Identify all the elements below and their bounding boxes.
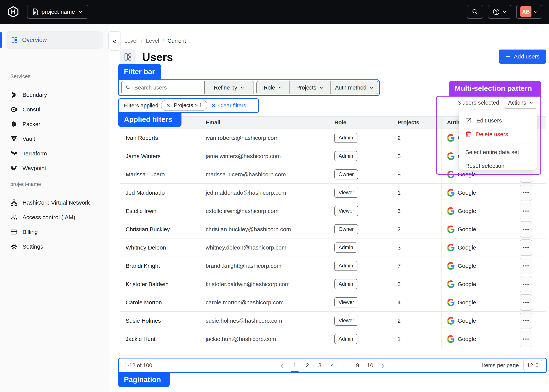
sidebar-item-boundary[interactable]: Boundary xyxy=(0,88,109,102)
items-per-page-stepper[interactable]: 12 xyxy=(523,360,542,371)
hashicorp-logo-icon[interactable] xyxy=(7,6,19,18)
selection-count: 3 users selected xyxy=(436,97,499,108)
filters-applied-label: Filters applied: xyxy=(124,101,160,111)
chip-remove-icon[interactable]: ✕ xyxy=(166,103,171,108)
breadcrumb-link[interactable]: Level xyxy=(146,38,159,44)
sidebar-item-vault[interactable]: Vault xyxy=(0,132,109,146)
role-filter-dropdown[interactable]: Role xyxy=(257,81,290,94)
sidebar-item-packer[interactable]: Packer xyxy=(0,117,109,131)
ellipsis-icon xyxy=(523,320,529,322)
user-email: jed.maldonado@hashicorp.com xyxy=(200,184,329,202)
project-switcher[interactable]: project-name xyxy=(27,5,88,19)
menu-divider xyxy=(459,143,537,143)
row-overflow-button[interactable] xyxy=(520,239,532,256)
table-row: Kristofer Baldwinkristofer.baldwin@hashi… xyxy=(120,275,546,293)
role-badge: Admin xyxy=(334,243,357,252)
auth-method-filter-dropdown[interactable]: Auth method xyxy=(331,81,378,94)
sidebar-item-label: HashiCorp Virtual Network xyxy=(22,199,90,206)
boundary-icon xyxy=(10,91,18,98)
row-overflow-button[interactable] xyxy=(520,294,532,311)
account-menu-button[interactable]: AB xyxy=(516,5,542,19)
sidebar-item-label: Access control (IAM) xyxy=(22,214,75,221)
user-projects-count: 1 xyxy=(392,330,442,348)
breadcrumb-link[interactable]: Level xyxy=(124,38,137,44)
refine-by-dropdown[interactable]: Refine by xyxy=(205,81,254,94)
sidebar-item-consul[interactable]: Consul xyxy=(0,103,109,116)
sidebar-item-settings[interactable]: Settings xyxy=(0,240,109,253)
sidebar-item-access-control[interactable]: Access control (IAM) xyxy=(0,210,109,224)
menu-item-edit-users[interactable]: Edit users xyxy=(459,114,537,127)
search-icon xyxy=(125,85,131,91)
row-overflow-button[interactable] xyxy=(520,221,532,238)
menu-item-delete-users[interactable]: Delete users xyxy=(459,127,537,141)
filter-chip-label: Projects > 1 xyxy=(174,102,202,108)
clear-filters-link[interactable]: ✕ Clear filters xyxy=(211,101,246,111)
network-icon xyxy=(10,199,18,206)
sidebar-item-overview[interactable]: Overview xyxy=(6,31,103,49)
search-users-input[interactable] xyxy=(134,84,197,91)
row-overflow-button[interactable] xyxy=(520,331,532,347)
add-users-button[interactable]: Add users xyxy=(499,49,546,64)
plus-icon xyxy=(505,54,511,59)
ellipsis-icon xyxy=(523,174,529,175)
user-name: Jame Winters xyxy=(120,147,200,165)
google-icon xyxy=(447,244,455,252)
sidebar-item-waypoint[interactable]: Waypoint xyxy=(0,161,109,175)
row-overflow-button[interactable] xyxy=(520,185,532,201)
annotation-label-pagination: Pagination xyxy=(118,372,170,387)
auth-method-value: Google xyxy=(458,299,476,306)
row-overflow-button[interactable] xyxy=(520,203,532,219)
projects-filter-label: Projects xyxy=(296,84,316,91)
user-name: Jed Maldonado xyxy=(120,184,200,202)
user-email: susie.holmes@hashicorp.com xyxy=(200,312,329,330)
page-title-icon-tile xyxy=(120,49,136,65)
auth-method-value: Google xyxy=(458,226,476,233)
user-projects-count: 5 xyxy=(392,147,442,165)
global-search-button[interactable] xyxy=(467,5,483,19)
row-overflow-button[interactable] xyxy=(520,313,532,329)
column-header-role[interactable]: Role xyxy=(329,117,392,129)
column-header-email[interactable]: Email xyxy=(200,117,329,129)
role-badge: Owner xyxy=(334,169,358,179)
role-badge: Admin xyxy=(334,261,357,271)
actions-label: Actions xyxy=(508,100,526,106)
role-badge: Admin xyxy=(334,151,357,161)
menu-item-label: Select entire data set xyxy=(465,149,519,155)
ellipsis-icon xyxy=(523,283,529,285)
menu-item-select-entire-data-set[interactable]: Select entire data set xyxy=(459,145,537,159)
auth-method-value: Google xyxy=(458,317,476,324)
help-menu-button[interactable] xyxy=(488,5,511,19)
row-overflow-button[interactable] xyxy=(520,276,532,292)
menu-item-reset-selection[interactable]: Reset selection xyxy=(459,159,537,173)
consul-icon xyxy=(10,106,18,113)
ellipsis-icon xyxy=(523,338,529,340)
dashboard-icon xyxy=(11,37,18,43)
sidebar-collapse-button[interactable]: « xyxy=(108,31,121,51)
projects-filter-dropdown[interactable]: Projects xyxy=(290,81,331,94)
google-icon xyxy=(447,134,455,142)
user-projects-count: 3 xyxy=(392,275,442,293)
auth-method-value: Google xyxy=(458,281,476,287)
filter-chip[interactable]: ✕ Projects > 1 xyxy=(161,100,207,111)
terraform-icon xyxy=(10,150,18,157)
annotation-label-filter-bar: Filter bar xyxy=(118,64,161,79)
chevron-down-icon xyxy=(534,10,538,13)
chevron-down-icon xyxy=(502,10,507,13)
table-row: Estelle Irwinestelle.irwin@hashicorp.com… xyxy=(120,202,546,220)
breadcrumb-separator: / xyxy=(163,38,164,44)
row-overflow-button[interactable] xyxy=(520,258,532,274)
actions-dropdown-button[interactable]: Actions xyxy=(504,97,537,109)
credit-card-icon xyxy=(10,228,18,236)
clear-filters-label: Clear filters xyxy=(218,103,246,109)
sidebar-item-label: Consul xyxy=(22,106,40,113)
google-icon xyxy=(447,207,455,215)
sidebar-item-billing[interactable]: Billing xyxy=(0,225,109,239)
role-filter-label: Role xyxy=(264,84,275,91)
annotation-label-multi-selection: Multi-selection pattern xyxy=(449,81,541,96)
role-badge: Viewer xyxy=(334,206,358,216)
sidebar-item-hvn[interactable]: HashiCorp Virtual Network xyxy=(0,196,109,210)
google-icon xyxy=(447,280,455,288)
google-icon xyxy=(447,317,455,325)
column-header-projects[interactable]: Projects xyxy=(392,117,442,129)
sidebar-item-terraform[interactable]: Terraform xyxy=(0,147,109,160)
